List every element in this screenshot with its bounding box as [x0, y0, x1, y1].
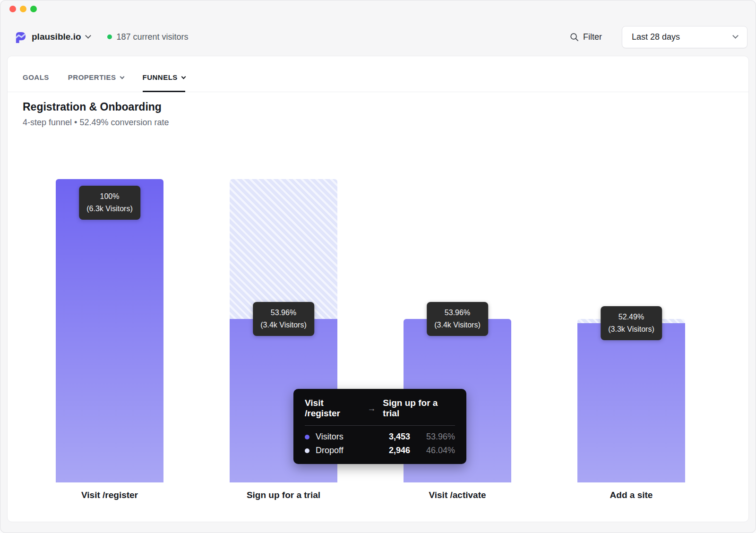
app-header: plausible.io 187 current visitors Filter…	[0, 18, 756, 56]
visitors-row-label: Visitors	[316, 432, 344, 442]
visitors-dot-icon	[305, 435, 309, 439]
dropoff-dot-icon	[305, 448, 309, 453]
badge-visitors: (6.3k Visitors)	[86, 203, 133, 215]
traffic-lights	[9, 6, 37, 12]
funnel-bar-dropoff-area[interactable]	[230, 179, 337, 319]
window-titlebar	[0, 0, 756, 18]
funnel-step-label: Add a site	[610, 490, 653, 500]
chevron-down-icon	[732, 33, 739, 39]
tooltip-header: Visit /register → Sign up for a trial	[305, 398, 455, 419]
badge-visitors: (3.3k Visitors)	[608, 323, 654, 335]
dropoff-row-value: 2,946	[365, 446, 410, 456]
zoom-button[interactable]	[30, 6, 37, 12]
filter-label: Filter	[583, 32, 602, 42]
tooltip-from-step: Visit /register	[305, 398, 360, 419]
chevron-down-icon	[85, 33, 91, 39]
funnel-tooltip: Visit /register → Sign up for a trial Vi…	[293, 389, 466, 464]
funnel-step-label: Visit /activate	[429, 490, 486, 500]
app-window: plausible.io 187 current visitors Filter…	[0, 0, 756, 533]
visitors-row-percent: 53.96%	[410, 432, 455, 442]
bar-value-badge: 53.96%(3.4k Visitors)	[253, 302, 314, 336]
badge-percent: 52.49%	[608, 311, 654, 323]
arrow-right-icon: →	[367, 404, 376, 413]
funnel-bar[interactable]	[56, 179, 163, 482]
badge-percent: 53.96%	[434, 307, 481, 319]
plausible-logo-icon	[14, 31, 27, 43]
minimize-button[interactable]	[20, 6, 26, 12]
tooltip-to-step: Sign up for a trial	[383, 398, 455, 419]
dropoff-row-label: Dropoff	[316, 446, 344, 456]
tooltip-visitors-row: Visitors 3,453 53.96%	[305, 432, 455, 442]
badge-percent: 53.96%	[260, 307, 307, 319]
site-switcher[interactable]: plausible.io	[14, 31, 90, 43]
tooltip-divider	[305, 425, 455, 426]
bar-value-badge: 100%(6.3k Visitors)	[79, 186, 140, 220]
bar-value-badge: 52.49%(3.3k Visitors)	[601, 306, 662, 340]
date-range-select[interactable]: Last 28 days	[622, 26, 747, 48]
funnel-step-label: Visit /register	[81, 490, 138, 500]
date-range-value: Last 28 days	[632, 32, 680, 42]
current-visitors: 187 current visitors	[107, 32, 189, 42]
funnel-step-label: Sign up for a trial	[247, 490, 320, 500]
close-button[interactable]	[9, 6, 16, 12]
funnel-card: GOALSPROPERTIESFUNNELS Registration & On…	[7, 56, 749, 522]
bar-value-badge: 53.96%(3.4k Visitors)	[427, 302, 488, 336]
badge-percent: 100%	[86, 190, 133, 203]
badge-visitors: (3.4k Visitors)	[434, 319, 481, 331]
filter-button[interactable]: Filter	[570, 32, 602, 42]
current-visitors-label: 187 current visitors	[117, 32, 189, 42]
site-name: plausible.io	[32, 32, 81, 42]
tooltip-dropoff-row: Dropoff 2,946 46.04%	[305, 446, 455, 456]
dropoff-row-percent: 46.04%	[410, 446, 455, 456]
badge-visitors: (3.4k Visitors)	[260, 319, 307, 331]
search-icon	[570, 33, 579, 42]
visitors-row-value: 3,453	[365, 432, 410, 442]
live-dot-icon	[107, 34, 112, 39]
funnel-bar[interactable]	[577, 323, 685, 482]
